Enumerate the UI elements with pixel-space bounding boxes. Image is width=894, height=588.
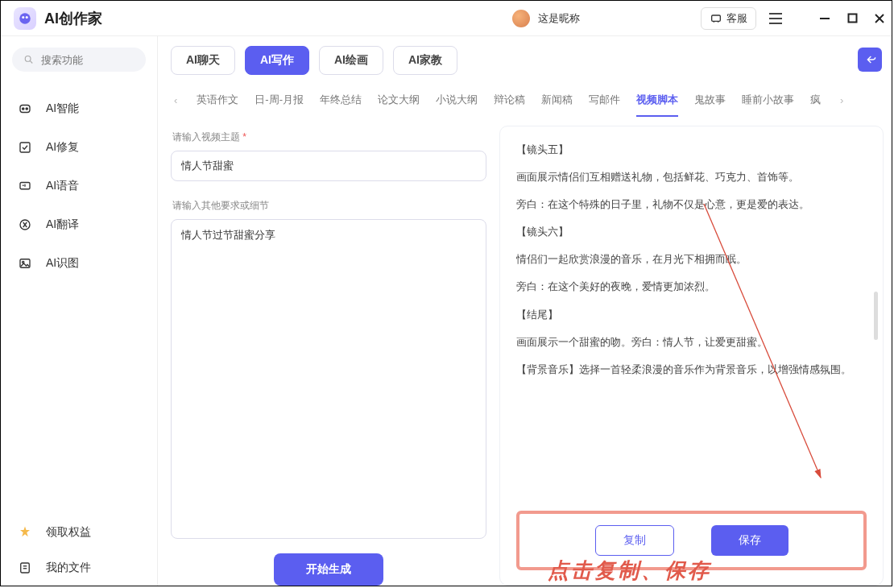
output-line: 旁白：在这个特殊的日子里，礼物不仅是心意，更是爱的表达。 [516, 196, 862, 213]
cat-report[interactable]: 日-周-月报 [255, 93, 304, 107]
cat-novel[interactable]: 小说大纲 [436, 93, 478, 107]
svg-point-12 [26, 108, 27, 110]
app-logo [14, 7, 36, 30]
detail-textarea[interactable] [171, 219, 486, 539]
window-controls [819, 13, 885, 24]
maximize-button[interactable] [846, 13, 858, 24]
search-input[interactable] [41, 54, 135, 66]
output-line: 【背景音乐】选择一首轻柔浪漫的音乐作为背景音乐，以增强情感氛围。 [516, 361, 862, 379]
sidebar-item-label: AI修复 [46, 140, 79, 155]
detail-label: 请输入其他要求或细节 [172, 199, 486, 213]
output-line: 旁白：在这个美好的夜晚，爱情更加浓烈。 [516, 278, 862, 296]
user-nickname: 这是昵称 [538, 11, 580, 26]
sidebar-item-files[interactable]: 我的文件 [12, 550, 146, 586]
annotation-text: 点击复制、保存 [548, 557, 711, 585]
cat-email[interactable]: 写邮件 [589, 93, 620, 107]
cat-news[interactable]: 新闻稿 [541, 93, 573, 107]
sidebar-item-ai-translate[interactable]: AI翻译 [12, 205, 146, 244]
svg-rect-5 [848, 14, 856, 23]
sidebar-item-label: 领取权益 [46, 525, 91, 540]
sidebar-item-ai-voice[interactable]: AI语音 [12, 167, 146, 205]
cat-video-script[interactable]: 视频脚本 [636, 93, 678, 107]
save-button[interactable]: 保存 [711, 525, 788, 556]
output-line: 【镜头五】 [516, 141, 862, 159]
translate-icon [17, 217, 33, 233]
sidebar-item-label: AI翻译 [46, 217, 79, 232]
tab-tutor[interactable]: AI家教 [393, 46, 457, 75]
sidebar-item-ai-smart[interactable]: AI智能 [12, 89, 146, 128]
theme-label: 请输入视频主题 [172, 130, 486, 144]
output-line: 情侣们一起欣赏浪漫的音乐，在月光下相拥而眠。 [516, 251, 862, 268]
form-panel: 请输入视频主题 情人节甜蜜 请输入其他要求或细节 开始生成 [171, 126, 486, 586]
svg-rect-3 [712, 15, 721, 21]
image-icon [17, 255, 33, 271]
cat-bedtime[interactable]: 睡前小故事 [742, 93, 794, 107]
return-button[interactable] [858, 48, 882, 72]
category-tabs: ‹ 英语作文 日-周-月报 年终总结 论文大纲 小说大纲 辩论稿 新闻稿 写邮件… [171, 81, 884, 116]
output-line: 【结尾】 [516, 306, 862, 324]
theme-input[interactable]: 情人节甜蜜 [171, 151, 486, 181]
sidebar-item-label: AI智能 [46, 101, 79, 116]
main-area: AI聊天 AI写作 AI绘画 AI家教 ‹ 英语作文 日-周-月报 年终总结 论… [158, 36, 892, 586]
cat-crazy[interactable]: 疯 [810, 93, 821, 107]
output-line: 画面展示一个甜蜜的吻。旁白：情人节，让爱更甜蜜。 [516, 333, 862, 351]
app-name: AI创作家 [44, 9, 102, 28]
titlebar: AI创作家 这是昵称 客服 [1, 1, 892, 36]
user-avatar[interactable] [512, 10, 530, 27]
output-panel: 【镜头五】 画面展示情侣们互相赠送礼物，包括鲜花、巧克力、首饰等。 旁白：在这个… [499, 126, 884, 586]
svg-rect-10 [20, 106, 30, 113]
sidebar-item-label: AI语音 [46, 179, 79, 193]
top-tabs: AI聊天 AI写作 AI绘画 AI家教 [171, 46, 884, 75]
search-box[interactable] [12, 48, 146, 72]
sidebar-item-ai-repair[interactable]: AI修复 [12, 128, 146, 167]
menu-icon[interactable] [764, 7, 787, 30]
repair-icon [17, 139, 33, 155]
svg-rect-13 [20, 143, 30, 152]
minimize-button[interactable] [819, 13, 830, 24]
scroll-right-icon[interactable]: › [837, 94, 846, 106]
svg-point-1 [22, 16, 24, 19]
close-button[interactable] [874, 13, 885, 24]
output-line: 画面展示情侣们互相赠送礼物，包括鲜花、巧克力、首饰等。 [516, 168, 862, 186]
tab-write[interactable]: AI写作 [245, 46, 309, 75]
cat-summary[interactable]: 年终总结 [320, 93, 362, 107]
gift-icon [17, 524, 33, 540]
sidebar: AI智能 AI修复 AI语音 AI翻译 AI识图 [1, 36, 158, 586]
output-text: 【镜头五】 画面展示情侣们互相赠送礼物，包括鲜花、巧克力、首饰等。 旁白：在这个… [516, 141, 867, 503]
cat-debate[interactable]: 辩论稿 [494, 93, 525, 107]
copy-button[interactable]: 复制 [595, 525, 674, 556]
svg-line-9 [30, 61, 32, 64]
smart-icon [17, 101, 33, 117]
sidebar-item-label: AI识图 [46, 256, 79, 271]
svg-point-0 [19, 13, 31, 24]
svg-rect-16 [20, 259, 30, 268]
cat-thesis[interactable]: 论文大纲 [378, 93, 420, 107]
support-button[interactable]: 客服 [701, 7, 756, 30]
file-icon [17, 560, 33, 576]
scroll-left-icon[interactable]: ‹ [171, 94, 180, 106]
svg-point-11 [23, 108, 24, 110]
voice-icon [17, 178, 33, 194]
svg-point-8 [25, 56, 31, 62]
generate-button[interactable]: 开始生成 [274, 553, 383, 586]
tab-chat[interactable]: AI聊天 [171, 46, 235, 75]
tab-paint[interactable]: AI绘画 [319, 46, 383, 75]
svg-rect-18 [21, 563, 30, 573]
output-line: 【镜头六】 [516, 223, 862, 241]
sidebar-item-benefits[interactable]: 领取权益 [12, 515, 146, 550]
support-label: 客服 [726, 11, 747, 26]
sidebar-item-label: 我的文件 [46, 561, 91, 575]
scrollbar-thumb[interactable] [874, 292, 878, 340]
cat-ghost[interactable]: 鬼故事 [694, 93, 726, 107]
cat-english[interactable]: 英语作文 [197, 93, 238, 107]
sidebar-item-ai-image[interactable]: AI识图 [12, 244, 146, 283]
svg-point-2 [26, 16, 28, 19]
